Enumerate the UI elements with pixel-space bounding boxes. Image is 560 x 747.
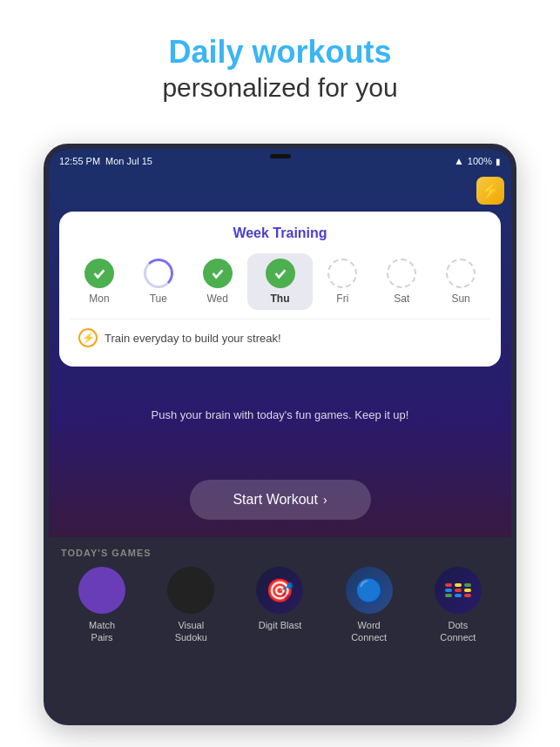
streak-banner: ⚡ Train everyday to build your streak!	[70, 319, 490, 356]
game-item-digit-blast[interactable]: 🎯 Digit Blast	[245, 567, 314, 631]
day-circle-fri	[327, 259, 357, 288]
game-item-match-pairs[interactable]: MatchPairs	[67, 567, 137, 644]
visual-sudoku-icon	[167, 567, 214, 614]
streak-text: Train everyday to build your streak!	[105, 332, 281, 345]
day-label-thu: Thu	[271, 293, 290, 305]
dots-connect-label: DotsConnect	[440, 619, 476, 644]
device-frame: 12:55 PM Mon Jul 15 ▲ 100% ▮ ⚡ Week Trai…	[44, 144, 516, 725]
camera-notch	[270, 154, 291, 158]
days-row: Mon Tue Wed	[70, 253, 490, 310]
day-label-wed: Wed	[206, 293, 227, 305]
day-circle-thu	[266, 259, 295, 288]
day-item-wed[interactable]: Wed	[188, 259, 247, 305]
day-circle-wed	[203, 259, 233, 288]
day-item-tue[interactable]: Tue	[129, 259, 188, 305]
games-row: MatchPairs VisualSudoku 🎯	[57, 567, 503, 644]
streak-lightning-icon: ⚡	[78, 328, 98, 347]
digit-blast-label: Digit Blast	[259, 619, 302, 631]
hero-section: Daily workouts personalized for you	[0, 0, 560, 122]
digit-blast-icon: 🎯	[256, 567, 303, 614]
day-label-mon: Mon	[89, 293, 109, 305]
wifi-icon: ▲	[454, 155, 464, 167]
status-bar-left: 12:55 PM Mon Jul 15	[59, 156, 152, 166]
chevron-icon: ›	[323, 493, 327, 507]
week-training-card: Week Training Mon Tue	[59, 212, 501, 367]
day-label-sun: Sun	[451, 293, 469, 305]
match-pairs-label: MatchPairs	[89, 619, 115, 644]
day-circle-sun	[446, 259, 476, 288]
day-item-fri[interactable]: Fri	[313, 259, 372, 305]
day-item-sat[interactable]: Sat	[372, 259, 431, 305]
hero-title: Daily workouts	[17, 33, 543, 71]
status-bar: 12:55 PM Mon Jul 15 ▲ 100% ▮	[49, 149, 511, 173]
status-date: Mon Jul 15	[105, 156, 152, 166]
start-workout-label: Start Workout	[233, 492, 318, 508]
battery-percent: 100%	[468, 156, 492, 166]
battery-icon: ▮	[496, 157, 501, 166]
word-connect-label: WordConnect	[351, 619, 387, 644]
game-item-visual-sudoku[interactable]: VisualSudoku	[156, 567, 226, 644]
day-label-tue: Tue	[150, 293, 167, 305]
status-bar-right: ▲ 100% ▮	[454, 155, 501, 167]
push-text: Push your brain with today's fun games. …	[49, 408, 511, 421]
match-pairs-icon	[78, 567, 125, 614]
day-item-thu[interactable]: Thu	[247, 253, 314, 310]
day-circle-sat	[387, 259, 416, 288]
lightning-button[interactable]: ⚡	[476, 177, 504, 205]
status-time: 12:55 PM	[59, 156, 100, 166]
games-section-label: TODAY'S GAMES	[57, 548, 503, 558]
day-label-fri: Fri	[336, 293, 348, 305]
todays-games-section: TODAY'S GAMES MatchPairs	[49, 537, 511, 720]
dots-connect-icon	[435, 567, 482, 614]
hero-subtitle: personalized for you	[17, 71, 543, 104]
start-workout-button[interactable]: Start Workout ›	[189, 480, 370, 520]
day-label-sat: Sat	[394, 293, 409, 305]
day-circle-mon	[84, 259, 114, 288]
card-title: Week Training	[70, 225, 490, 241]
word-connect-icon: 🔵	[346, 567, 393, 614]
day-circle-tue	[144, 259, 173, 288]
day-item-sun[interactable]: Sun	[431, 259, 490, 305]
game-item-word-connect[interactable]: 🔵 WordConnect	[334, 567, 404, 644]
app-content: ⚡ Week Training Mon Tue	[49, 173, 511, 720]
visual-sudoku-label: VisualSudoku	[175, 619, 207, 644]
day-item-mon[interactable]: Mon	[70, 259, 129, 305]
game-item-dots-connect[interactable]: DotsConnect	[423, 567, 493, 644]
